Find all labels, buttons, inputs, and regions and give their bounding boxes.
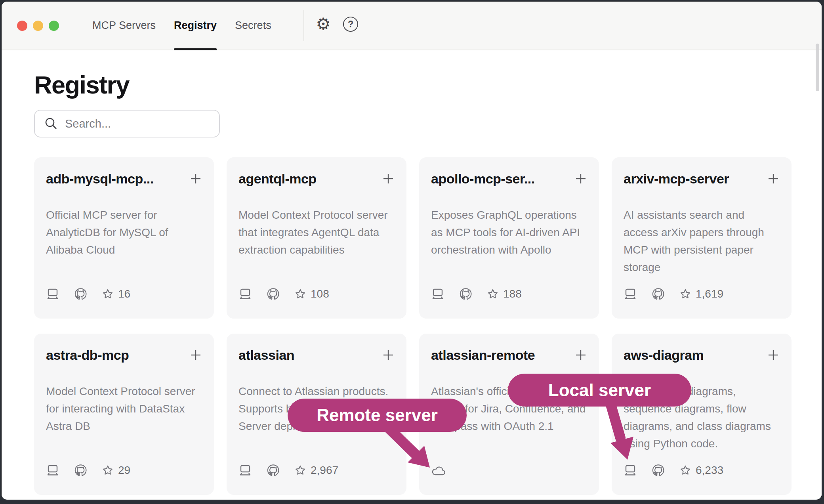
gear-icon: ⚙ (316, 16, 331, 32)
star-icon (487, 288, 498, 300)
page-title: Registry (34, 50, 792, 102)
card-footer (431, 465, 446, 477)
laptop-icon (431, 288, 444, 300)
plus-icon (189, 172, 202, 185)
card-footer: 6,233 (624, 464, 723, 477)
star-icon (680, 465, 691, 476)
search-box (34, 110, 220, 137)
star-count: 2,967 (311, 464, 338, 477)
server-name: astra-db-mcp (46, 347, 129, 363)
star-count: 1,619 (696, 288, 723, 300)
star-count: 6,233 (696, 464, 723, 477)
help-icon: ? (343, 17, 358, 32)
star-group: 2,967 (295, 464, 338, 477)
plus-icon (382, 172, 395, 185)
github-icon (74, 288, 87, 300)
laptop-icon (238, 464, 252, 476)
card-footer: 29 (46, 464, 130, 477)
star-group: 6,233 (680, 464, 723, 477)
card-footer: 188 (431, 288, 522, 300)
star-icon (680, 288, 691, 300)
plus-icon (382, 349, 395, 361)
plus-icon (574, 172, 587, 185)
topbar-divider (303, 10, 304, 41)
github-icon (652, 464, 665, 477)
tab-mcp-servers[interactable]: MCP Servers (92, 2, 156, 50)
plus-icon (189, 349, 202, 361)
star-group: 108 (295, 288, 329, 300)
server-name: atlassian-remote (431, 347, 535, 363)
star-group: 188 (487, 288, 522, 300)
github-icon (267, 288, 280, 300)
server-name: agentql-mcp (238, 171, 317, 187)
traffic-light-zoom[interactable] (49, 21, 59, 31)
star-group: 16 (102, 288, 130, 300)
tab-registry[interactable]: Registry (174, 2, 217, 50)
traffic-lights (17, 21, 59, 31)
server-name: atlassian (238, 347, 294, 363)
scrollbar-thumb[interactable] (816, 44, 819, 91)
cloud-icon (431, 465, 446, 477)
server-card[interactable]: astra-db-mcp Model Context Protocol serv… (34, 334, 214, 495)
server-name: adb-mysql-mcp... (46, 171, 154, 187)
laptop-icon (624, 464, 637, 476)
star-count: 108 (311, 288, 329, 300)
star-count: 16 (118, 288, 130, 300)
add-server-button[interactable] (186, 171, 202, 185)
add-server-button[interactable] (379, 171, 395, 185)
star-group: 1,619 (680, 288, 723, 300)
server-name: aws-diagram (624, 347, 704, 363)
server-description: Exposes GraphQL operations as MCP tools … (431, 206, 589, 259)
card-footer: 2,967 (238, 464, 338, 477)
add-server-button[interactable] (571, 171, 587, 185)
server-description: AI assistants search and access arXiv pa… (624, 206, 781, 276)
github-icon (74, 464, 87, 477)
plus-icon (767, 349, 780, 361)
star-icon (295, 465, 306, 476)
star-group: 29 (102, 464, 130, 477)
github-icon (460, 288, 472, 300)
server-card[interactable]: aws-diagram Create AWS diagrams, sequenc… (612, 334, 792, 495)
traffic-light-minimize[interactable] (33, 21, 43, 31)
star-icon (295, 288, 306, 300)
plus-icon (767, 172, 780, 185)
card-footer: 1,619 (624, 288, 723, 300)
star-icon (102, 465, 113, 476)
plus-icon (574, 349, 587, 361)
add-server-button[interactable] (186, 347, 202, 361)
annotation-remote-server: Remote server (288, 399, 467, 432)
server-card[interactable]: adb-mysql-mcp... Official MCP server for… (34, 157, 214, 319)
server-card[interactable]: apollo-mcp-ser... Exposes GraphQL operat… (419, 157, 599, 319)
star-count: 188 (503, 288, 522, 300)
laptop-icon (238, 288, 252, 300)
help-button[interactable]: ? (340, 14, 361, 34)
registry-grid: adb-mysql-mcp... Official MCP server for… (34, 157, 792, 495)
add-server-button[interactable] (379, 347, 395, 361)
tab-bar: MCP Servers Registry Secrets (92, 2, 271, 50)
server-card[interactable]: agentql-mcp Model Context Protocol serve… (227, 157, 406, 319)
annotation-local-server: Local server (508, 374, 691, 407)
github-icon (652, 288, 665, 300)
card-footer: 16 (46, 288, 130, 300)
settings-button[interactable]: ⚙ (313, 14, 334, 34)
search-icon (44, 117, 58, 130)
laptop-icon (624, 288, 637, 300)
server-card[interactable]: arxiv-mcp-server AI assistants search an… (612, 157, 792, 319)
search-input[interactable] (65, 117, 219, 130)
server-description: Official MCP server for AnalyticDB for M… (46, 206, 204, 259)
tab-secrets[interactable]: Secrets (235, 2, 271, 50)
traffic-light-close[interactable] (17, 21, 27, 31)
github-icon (267, 464, 280, 477)
add-server-button[interactable] (764, 171, 780, 185)
add-server-button[interactable] (571, 347, 587, 361)
topbar: MCP Servers Registry Secrets ⚙ ? (2, 2, 822, 50)
star-count: 29 (118, 464, 130, 477)
server-name: arxiv-mcp-server (624, 171, 729, 187)
server-description: Model Context Protocol server for intera… (46, 383, 204, 435)
laptop-icon (46, 288, 59, 300)
laptop-icon (46, 464, 59, 476)
server-description: Model Context Protocol server that integ… (238, 206, 396, 259)
server-name: apollo-mcp-ser... (431, 171, 535, 187)
card-footer: 108 (238, 288, 329, 300)
add-server-button[interactable] (764, 347, 780, 361)
